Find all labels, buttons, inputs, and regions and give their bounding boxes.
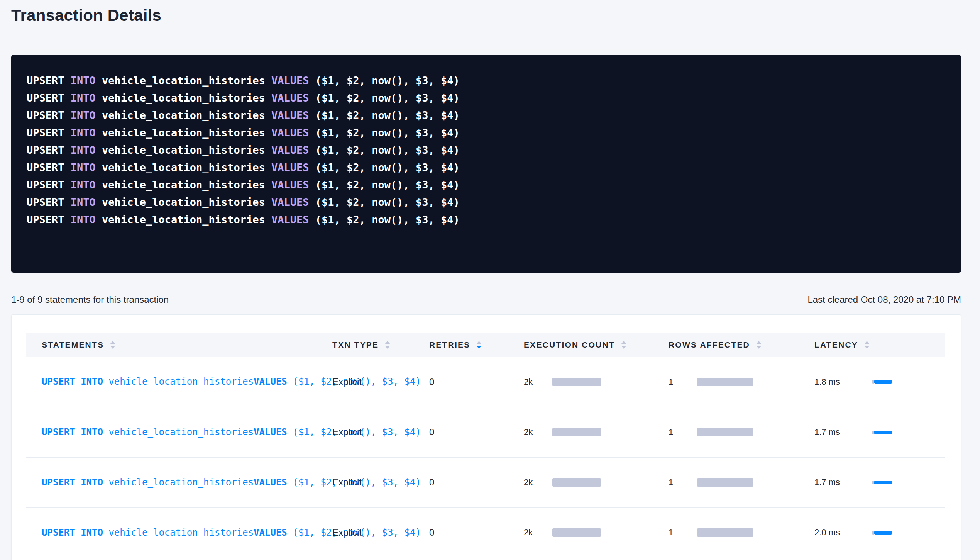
latency-bar <box>874 380 892 384</box>
latency-bar <box>874 531 892 535</box>
sort-arrows-icon[interactable] <box>756 341 762 349</box>
sql-statement-line: UPSERT INTO vehicle_location_histories V… <box>27 72 946 89</box>
table-row: UPSERT INTO vehicle_location_historiesVA… <box>26 457 945 507</box>
execution-count-value: 2k <box>524 427 542 437</box>
statement-link[interactable]: UPSERT INTO vehicle_location_historiesVA… <box>42 524 317 541</box>
header-rows-affected[interactable]: ROWS AFFECTED <box>653 333 799 357</box>
sql-statement-line: UPSERT INTO vehicle_location_histories V… <box>27 176 946 193</box>
execution-count-cell: 2k <box>508 507 653 558</box>
txn-type-value: Explicit <box>332 527 362 538</box>
retries-cell: 0 <box>414 507 508 558</box>
latency-cell: 1.8 ms <box>799 357 945 407</box>
rows-affected-value: 1 <box>669 377 686 387</box>
sort-arrows-icon[interactable] <box>110 341 115 349</box>
latency-bar-chart <box>872 531 892 535</box>
retries-cell: 0 <box>414 457 508 507</box>
execution-count-value: 2k <box>524 377 542 387</box>
retries-value: 0 <box>429 477 434 487</box>
statement-link[interactable]: UPSERT INTO vehicle_location_historiesVA… <box>42 373 317 390</box>
statement-cell: UPSERT INTO vehicle_location_historiesVA… <box>26 507 317 558</box>
rows-affected-bar <box>697 428 753 436</box>
latency-bar-chart <box>872 431 892 434</box>
page-title: Transaction Details <box>11 5 961 25</box>
sql-statement-line: UPSERT INTO vehicle_location_histories V… <box>27 89 946 107</box>
rows-affected-value: 1 <box>669 528 686 538</box>
sort-arrows-icon[interactable] <box>476 341 482 349</box>
rows-affected-bar <box>697 378 753 386</box>
rows-affected-bar <box>697 478 753 487</box>
header-txn-type-label: TXN TYPE <box>332 340 379 350</box>
statement-cell: UPSERT INTO vehicle_location_historiesVA… <box>26 357 317 407</box>
sql-statement-line: UPSERT INTO vehicle_location_histories V… <box>27 124 946 141</box>
sql-statement-line: UPSERT INTO vehicle_location_histories V… <box>27 107 946 124</box>
table-header-row: STATEMENTS TXN TYPE RETRIES <box>26 333 945 357</box>
sql-code-block-lines: UPSERT INTO vehicle_location_histories V… <box>27 72 946 228</box>
sort-arrows-icon[interactable] <box>385 341 390 349</box>
execution-count-value: 2k <box>524 477 542 487</box>
sort-arrows-icon[interactable] <box>864 341 870 349</box>
retries-value: 0 <box>429 427 434 437</box>
table-row: UPSERT INTO vehicle_location_historiesVA… <box>26 507 945 558</box>
retries-cell: 0 <box>414 407 508 457</box>
latency-value: 2.0 ms <box>814 528 860 538</box>
summary-row: 1-9 of 9 statements for this transaction… <box>11 294 961 305</box>
execution-count-cell: 2k <box>508 457 653 507</box>
txn-type-value: Explicit <box>332 377 362 387</box>
table-row: UPSERT INTO vehicle_location_historiesVA… <box>26 357 945 407</box>
retries-cell: 0 <box>414 357 508 407</box>
sql-statement-line: UPSERT INTO vehicle_location_histories V… <box>27 141 946 159</box>
latency-bar <box>874 481 892 484</box>
latency-value: 1.8 ms <box>814 377 860 387</box>
latency-bar-chart <box>872 481 892 484</box>
statements-table-body: UPSERT INTO vehicle_location_historiesVA… <box>26 357 945 558</box>
statement-cell: UPSERT INTO vehicle_location_historiesVA… <box>26 407 317 457</box>
header-execution-count-label: EXECUTION COUNT <box>524 340 615 350</box>
sql-statement-line: UPSERT INTO vehicle_location_histories V… <box>27 193 946 211</box>
last-cleared-text: Last cleared Oct 08, 2020 at 7:10 PM <box>807 294 961 305</box>
txn-type-value: Explicit <box>332 477 362 487</box>
execution-count-bar <box>552 528 601 537</box>
retries-value: 0 <box>429 377 434 387</box>
retries-value: 0 <box>429 527 434 538</box>
latency-cell: 1.7 ms <box>799 457 945 507</box>
header-retries-label: RETRIES <box>429 340 470 350</box>
rows-affected-value: 1 <box>669 477 686 487</box>
header-retries[interactable]: RETRIES <box>414 333 508 357</box>
execution-count-cell: 2k <box>508 407 653 457</box>
execution-count-bar <box>552 478 601 487</box>
latency-value: 1.7 ms <box>814 477 860 487</box>
statements-table: STATEMENTS TXN TYPE RETRIES <box>26 333 945 558</box>
execution-count-cell: 2k <box>508 357 653 407</box>
sql-statement-line: UPSERT INTO vehicle_location_histories V… <box>27 159 946 176</box>
rows-affected-bar <box>697 528 753 537</box>
sql-code-block: UPSERT INTO vehicle_location_histories V… <box>11 55 961 273</box>
execution-count-bar <box>552 378 601 386</box>
rows-affected-cell: 1 <box>653 407 799 457</box>
rows-affected-cell: 1 <box>653 357 799 407</box>
header-statements-label: STATEMENTS <box>42 340 104 350</box>
header-txn-type[interactable]: TXN TYPE <box>317 333 414 357</box>
execution-count-value: 2k <box>524 528 542 538</box>
latency-bar <box>874 431 892 434</box>
rows-affected-cell: 1 <box>653 457 799 507</box>
header-statements[interactable]: STATEMENTS <box>26 333 317 357</box>
statement-link[interactable]: UPSERT INTO vehicle_location_historiesVA… <box>42 424 317 441</box>
rows-affected-value: 1 <box>669 427 686 437</box>
latency-cell: 1.7 ms <box>799 407 945 457</box>
header-rows-affected-label: ROWS AFFECTED <box>669 340 750 350</box>
header-execution-count[interactable]: EXECUTION COUNT <box>508 333 653 357</box>
header-latency-label: LATENCY <box>814 340 858 350</box>
sql-statement-line: UPSERT INTO vehicle_location_histories V… <box>27 211 946 228</box>
rows-affected-cell: 1 <box>653 507 799 558</box>
statement-cell: UPSERT INTO vehicle_location_historiesVA… <box>26 457 317 507</box>
statements-table-card: STATEMENTS TXN TYPE RETRIES <box>11 314 961 560</box>
header-latency[interactable]: LATENCY <box>799 333 945 357</box>
latency-value: 1.7 ms <box>814 427 860 437</box>
statement-link[interactable]: UPSERT INTO vehicle_location_historiesVA… <box>42 474 317 491</box>
sort-arrows-icon[interactable] <box>621 341 626 349</box>
latency-cell: 2.0 ms <box>799 507 945 558</box>
statements-summary: 1-9 of 9 statements for this transaction <box>11 294 169 305</box>
txn-type-value: Explicit <box>332 427 362 437</box>
execution-count-bar <box>552 428 601 436</box>
latency-bar-chart <box>872 380 892 384</box>
